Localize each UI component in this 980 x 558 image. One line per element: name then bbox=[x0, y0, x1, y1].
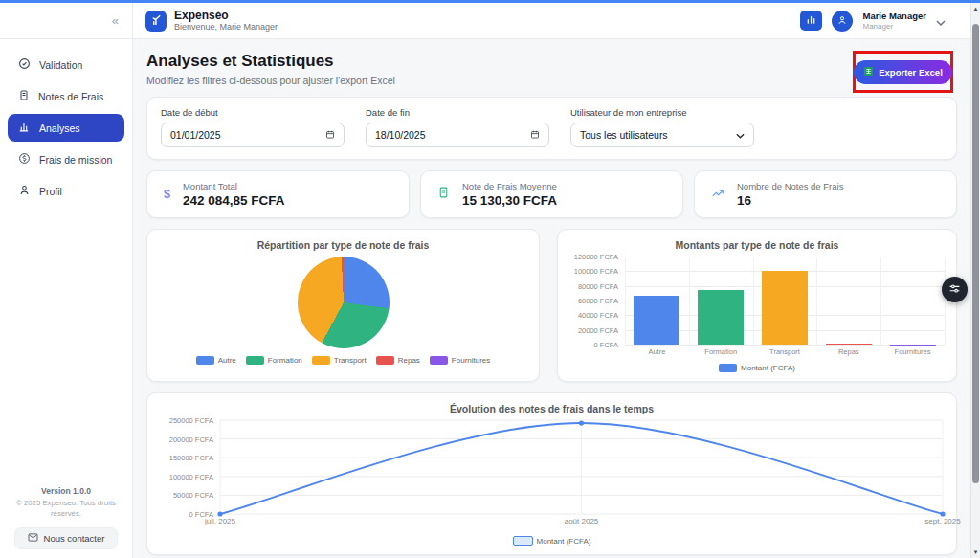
scroll-up-icon[interactable]: ▲ bbox=[971, 4, 980, 13]
scrollbar-thumb[interactable] bbox=[972, 24, 979, 483]
y-tick-label: 200000 FCFA bbox=[169, 435, 213, 443]
y-tick-label: 120000 FCFA bbox=[574, 253, 618, 261]
legend-item[interactable]: Montant (FCFA) bbox=[513, 536, 591, 546]
line-chart-card: Évolution des notes de frais dans le tem… bbox=[146, 392, 957, 555]
x-tick-label: Autre bbox=[625, 347, 689, 356]
chevron-down-icon[interactable] bbox=[936, 12, 946, 30]
pie-chart[interactable] bbox=[298, 257, 390, 348]
bar-transport[interactable] bbox=[762, 271, 808, 345]
excel-icon bbox=[863, 66, 874, 78]
scrollbar[interactable]: ▲ ▼ bbox=[970, 3, 980, 558]
sidebar-item-notes-de-frais[interactable]: Notes de Frais bbox=[8, 82, 124, 110]
sidebar-item-validation[interactable]: Validation bbox=[8, 51, 124, 78]
sidebar-item-analyses[interactable]: Analyses bbox=[8, 114, 124, 142]
main-content: Analyses et Statistiques Modifiez les fi… bbox=[133, 39, 970, 558]
bar-repas[interactable] bbox=[826, 344, 872, 345]
y-tick-label: 50000 FCFA bbox=[173, 491, 213, 500]
y-tick-label: 100000 FCFA bbox=[169, 472, 213, 480]
welcome-text: Bienvenue, Marie Manager bbox=[174, 22, 278, 32]
user-select[interactable]: Tous les utilisateurs bbox=[570, 123, 754, 147]
bar-y-axis: 0 FCFA20000 FCFA40000 FCFA60000 FCFA8000… bbox=[569, 257, 625, 345]
dollar-icon: $ bbox=[164, 188, 170, 201]
line-chart-title: Évolution des notes de frais dans le tem… bbox=[161, 403, 943, 414]
legend-item[interactable]: Repas bbox=[376, 356, 420, 365]
calendar-icon[interactable] bbox=[530, 129, 540, 142]
app-logo bbox=[145, 11, 167, 32]
line-plot-area[interactable] bbox=[220, 420, 943, 514]
legend-swatch bbox=[312, 356, 330, 365]
bar-formation[interactable] bbox=[698, 290, 744, 346]
logo-check-chart-icon bbox=[150, 12, 163, 30]
y-tick-label: 60000 FCFA bbox=[578, 297, 618, 305]
legend-swatch bbox=[376, 356, 394, 365]
bar-plot-area[interactable] bbox=[625, 257, 945, 345]
legend-swatch bbox=[196, 356, 214, 365]
sliders-icon bbox=[948, 282, 961, 297]
end-date-input[interactable]: 18/10/2025 bbox=[366, 123, 549, 147]
x-tick-label: Fournitures bbox=[880, 347, 945, 356]
scroll-down-icon[interactable]: ▼ bbox=[971, 547, 980, 557]
legend-item[interactable]: Transport bbox=[312, 356, 367, 365]
x-tick-label: août 2025 bbox=[565, 517, 599, 525]
contact-button[interactable]: Nous contacter bbox=[14, 527, 119, 549]
calendar-icon[interactable] bbox=[325, 129, 335, 142]
legend-swatch bbox=[246, 356, 264, 365]
pie-chart-title: Répartition par type de note de frais bbox=[159, 239, 527, 251]
sidebar-item-label: Notes de Frais bbox=[38, 91, 103, 102]
legend-swatch bbox=[513, 536, 533, 546]
chevron-down-icon bbox=[736, 129, 745, 141]
analytics-shortcut-button[interactable] bbox=[800, 11, 822, 31]
bar-legend: Montant (FCFA) bbox=[569, 364, 945, 372]
sidebar-item-profil[interactable]: Profil bbox=[8, 177, 124, 205]
legend-item[interactable]: Formation bbox=[246, 356, 302, 365]
receipt-icon bbox=[437, 186, 450, 203]
legend-item[interactable]: Fournitures bbox=[430, 356, 490, 365]
user-filter-label: Utilisateur de mon entreprise bbox=[570, 107, 754, 118]
line-legend: Montant (FCFA) bbox=[161, 536, 943, 546]
stat-card-average: Note de Frais Moyenne 15 130,30 FCFA bbox=[420, 170, 683, 218]
x-tick-label: sept. 2025 bbox=[924, 517, 960, 525]
sidebar-item-label: Frais de mission bbox=[39, 154, 112, 166]
page-subtitle: Modifiez les filtres ci-dessous pour aju… bbox=[146, 75, 957, 86]
stats-row: $ Montant Total 242 084,85 FCFA Note de … bbox=[146, 170, 957, 218]
legend-item[interactable]: Autre bbox=[196, 356, 236, 365]
bar-autre[interactable] bbox=[634, 296, 679, 345]
x-tick-label: Transport bbox=[753, 347, 817, 356]
y-tick-label: 250000 FCFA bbox=[169, 416, 213, 425]
x-tick-label: Formation bbox=[689, 347, 753, 356]
envelope-icon bbox=[28, 533, 38, 544]
sidebar-item-frais-de-mission[interactable]: Frais de mission bbox=[8, 145, 124, 173]
trend-up-icon bbox=[711, 186, 724, 203]
sidebar-item-label: Analyses bbox=[39, 123, 80, 134]
user-avatar[interactable] bbox=[832, 11, 853, 32]
app-name: Expenséo bbox=[174, 10, 278, 23]
export-excel-button[interactable]: Exporter Excel bbox=[854, 60, 952, 84]
legend-swatch bbox=[430, 356, 448, 365]
receipt-icon bbox=[18, 89, 30, 103]
pie-legend: AutreFormationTransportRepasFournitures bbox=[196, 356, 491, 365]
end-date-label: Date de fin bbox=[366, 107, 549, 118]
top-accent-strip bbox=[0, 0, 980, 3]
check-circle-icon bbox=[18, 57, 31, 72]
user-icon bbox=[836, 12, 848, 30]
user-name: Marie Manager bbox=[862, 11, 926, 21]
coin-icon bbox=[18, 152, 31, 167]
user-icon bbox=[18, 184, 31, 198]
y-tick-label: 40000 FCFA bbox=[578, 311, 618, 320]
collapse-sidebar-button[interactable]: « bbox=[112, 13, 119, 28]
settings-fab[interactable] bbox=[942, 277, 968, 302]
start-date-label: Date de début bbox=[161, 107, 345, 118]
y-tick-label: 100000 FCFA bbox=[574, 267, 618, 276]
legend-swatch bbox=[719, 364, 737, 372]
app-header: Expenséo Bienvenue, Marie Manager Marie … bbox=[0, 3, 970, 39]
line-x-axis: juil. 2025août 2025sept. 2025 bbox=[220, 517, 943, 528]
y-tick-label: 150000 FCFA bbox=[169, 454, 213, 462]
sidebar-item-label: Profil bbox=[39, 186, 62, 197]
bar-x-axis: AutreFormationTransportRepasFournitures bbox=[625, 347, 945, 356]
legend-item[interactable]: Montant (FCFA) bbox=[719, 364, 795, 372]
version-text: Version 1.0.0 bbox=[0, 486, 132, 496]
user-menu[interactable]: Marie Manager Manager bbox=[862, 11, 926, 30]
start-date-input[interactable]: 01/01/2025 bbox=[161, 123, 345, 147]
filters-card: Date de début 01/01/2025 Date de fin 18/… bbox=[146, 97, 957, 160]
bar-chart-icon bbox=[18, 121, 31, 135]
